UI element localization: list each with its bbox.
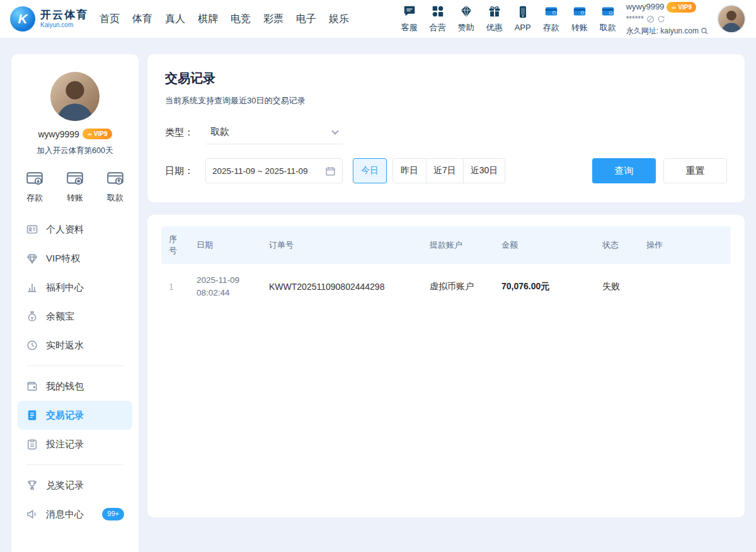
clock-icon	[26, 339, 38, 352]
deposit-link[interactable]: 存款	[541, 4, 561, 33]
range-yesterday-button[interactable]: 昨日	[392, 158, 427, 183]
nav-item-live[interactable]: 真人	[165, 13, 185, 26]
row-order-no: KWWT202511090802444298	[261, 264, 422, 310]
brand-logo-mark: K	[10, 6, 35, 32]
table-row: 1 2025-11-09 08:02:44 KWWT20251109080244…	[161, 264, 731, 310]
menu-divider	[26, 464, 123, 465]
row-index: 1	[161, 264, 189, 310]
app-download-link[interactable]: APP	[513, 5, 533, 32]
magnifier-icon[interactable]	[701, 27, 709, 35]
unread-count-badge: 99+	[102, 508, 124, 520]
col-status: 状态	[595, 226, 639, 264]
profile-avatar[interactable]	[50, 72, 100, 121]
wallet-icon	[26, 380, 38, 393]
date-quick-ranges: 今日 昨日 近7日 近30日	[353, 158, 505, 183]
top-navbar: K 开云体育 Kaiyun.com 首页 体育 真人 棋牌 电竞 彩票 电子 娱…	[0, 0, 756, 38]
reset-button[interactable]: 重置	[663, 158, 727, 183]
deposit-quick-action[interactable]: 存款	[25, 169, 44, 204]
col-index: 序号	[161, 226, 189, 264]
withdraw-link[interactable]: 取款	[598, 4, 618, 33]
nav-item-home[interactable]: 首页	[100, 13, 120, 26]
promotions-link[interactable]: 优惠	[484, 4, 505, 33]
row-action	[639, 264, 731, 310]
nav-item-chess[interactable]: 棋牌	[198, 13, 218, 26]
vip-badge: VIP9	[667, 2, 696, 13]
money-bag-icon	[26, 310, 38, 323]
document-icon	[26, 409, 38, 422]
page-body: wywy9999 VIP9 加入开云体育第600天 存款 转账 取款	[0, 38, 756, 552]
transfer-card-icon	[573, 4, 587, 20]
page-title: 交易记录	[165, 70, 727, 87]
sidebar-item-transactions[interactable]: 交易记录	[18, 401, 132, 430]
sidebar-item-prizes[interactable]: 兑奖记录	[18, 471, 132, 500]
deposit-card-icon	[544, 4, 558, 20]
transfer-quick-action[interactable]: 转账	[66, 169, 84, 204]
refresh-icon[interactable]	[657, 15, 665, 23]
username: wywy9999	[626, 1, 665, 13]
phone-icon	[516, 5, 530, 21]
permanent-url: 永久网址: kaiyun.com	[626, 25, 699, 37]
nav-item-sports[interactable]: 体育	[132, 13, 152, 26]
range-today-button[interactable]: 今日	[353, 158, 387, 183]
nav-item-slots[interactable]: 电子	[296, 13, 316, 26]
eye-off-icon[interactable]	[646, 15, 655, 23]
records-table: 序号 日期 订单号 提款账户 金额 状态 操作 1 2025-11-09	[161, 226, 731, 310]
type-select[interactable]: 取款	[205, 120, 343, 144]
col-action: 操作	[639, 226, 731, 264]
id-card-icon	[26, 223, 38, 236]
profile-card: wywy9999 VIP9 加入开云体育第600天	[11, 72, 139, 156]
sidebar-item-yuebao[interactable]: 余额宝	[18, 302, 132, 331]
avatar[interactable]	[717, 4, 746, 33]
withdraw-quick-action[interactable]: 取款	[106, 169, 125, 204]
customer-service-link[interactable]: 客服	[399, 4, 420, 33]
sidebar-item-bets[interactable]: 投注记录	[18, 430, 132, 459]
profile-vip-badge: VIP9	[83, 129, 112, 139]
range-30days-button[interactable]: 近30日	[463, 158, 506, 183]
date-range-input[interactable]: 2025-11-09 ~ 2025-11-09	[205, 158, 343, 183]
col-amount: 金额	[494, 226, 595, 264]
chevron-down-icon	[331, 127, 338, 134]
bar-chart-icon	[26, 281, 38, 294]
wallet-quick-actions: 存款 转账 取款	[11, 156, 139, 210]
type-select-value: 取款	[210, 126, 229, 138]
table-header-row: 序号 日期 订单号 提款账户 金额 状态 操作	[161, 226, 731, 264]
sidebar-item-wallet[interactable]: 我的钱包	[18, 372, 132, 401]
sidebar-item-vip[interactable]: VIP特权	[18, 244, 132, 273]
date-range-value: 2025-11-09 ~ 2025-11-09	[212, 166, 308, 176]
brand-logo[interactable]: K 开云体育 Kaiyun.com	[10, 6, 88, 32]
sponsor-link[interactable]: 赞助	[456, 4, 476, 33]
nav-item-entertainment[interactable]: 娱乐	[329, 13, 349, 26]
nav-item-esports[interactable]: 电竞	[231, 13, 251, 26]
type-filter-row: 类型： 取款	[165, 120, 727, 144]
col-date: 日期	[189, 226, 261, 264]
sidebar-item-benefits[interactable]: 福利中心	[18, 273, 132, 302]
row-status: 失败	[595, 264, 639, 310]
withdraw-card-icon	[106, 169, 125, 188]
date-label: 日期：	[165, 165, 205, 177]
header-right: 客服 合营 赞助 优惠 APP	[399, 1, 746, 37]
withdraw-card-icon	[601, 4, 615, 20]
range-7days-button[interactable]: 近7日	[426, 158, 464, 183]
grid-icon	[431, 4, 445, 20]
sidebar-item-profile[interactable]: 个人资料	[18, 215, 132, 244]
page-subtitle: 当前系统支持查询最近30日的交易记录	[165, 95, 727, 106]
transfer-link[interactable]: 转账	[570, 4, 590, 33]
partnership-link[interactable]: 合营	[428, 4, 448, 33]
sidebar-item-rebate[interactable]: 实时返水	[18, 331, 132, 360]
transfer-card-icon	[66, 169, 84, 188]
join-days-text: 加入开云体育第600天	[19, 146, 131, 156]
brand-title: 开云体育	[40, 9, 88, 21]
crown-icon	[671, 4, 677, 10]
search-button[interactable]: 查询	[592, 158, 656, 183]
row-amount: 70,076.00元	[494, 264, 595, 310]
sidebar-menu: 个人资料 VIP特权 福利中心 余额宝 实时返水 我的钱包	[11, 210, 139, 529]
main-content: 交易记录 当前系统支持查询最近30日的交易记录 类型： 取款 日期： 2025-…	[147, 54, 745, 517]
nav-item-lottery[interactable]: 彩票	[263, 13, 284, 26]
gem-icon	[26, 252, 38, 265]
megaphone-icon	[26, 508, 38, 520]
filter-card: 交易记录 当前系统支持查询最近30日的交易记录 类型： 取款 日期： 2025-…	[147, 54, 745, 202]
sidebar-item-messages[interactable]: 消息中心 99+	[18, 500, 132, 529]
crown-icon	[87, 131, 93, 137]
calendar-icon	[325, 166, 336, 176]
records-table-card: 序号 日期 订单号 提款账户 金额 状态 操作 1 2025-11-09	[147, 215, 745, 517]
